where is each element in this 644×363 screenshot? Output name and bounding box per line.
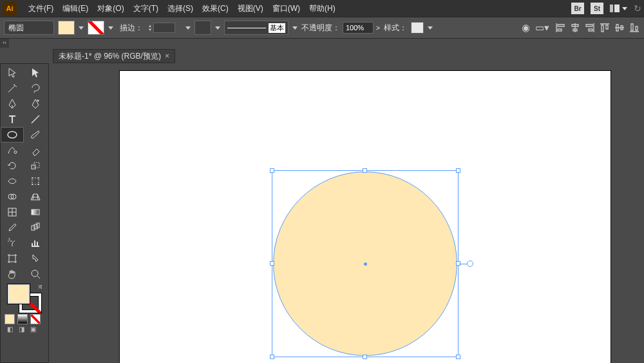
resize-handle-tm[interactable] <box>363 168 367 173</box>
resize-handle-tl[interactable] <box>270 168 274 173</box>
fill-box[interactable] <box>8 284 30 304</box>
opacity-input[interactable] <box>343 22 374 34</box>
draw-behind-icon[interactable]: ◨ <box>16 326 26 335</box>
svg-point-19 <box>8 238 10 239</box>
menu-object[interactable]: 对象(O) <box>93 1 128 16</box>
canvas[interactable] <box>53 63 644 363</box>
menu-window[interactable]: 窗口(W) <box>269 1 304 16</box>
menu-type[interactable]: 文字(T) <box>129 1 162 16</box>
resize-handle-br[interactable] <box>456 355 460 359</box>
menu-effect[interactable]: 效果(C) <box>198 1 232 16</box>
sync-icon[interactable]: ↻ <box>634 3 641 14</box>
svg-point-6 <box>32 177 33 179</box>
document-tab[interactable]: 未标题-1* @ 96% (RGB/预览) × <box>53 49 175 63</box>
opacity-dropdown-icon[interactable]: > <box>376 25 380 32</box>
fill-dropdown-icon[interactable] <box>79 26 84 30</box>
menu-file[interactable]: 文件(F) <box>24 1 57 16</box>
variable-width-dropdown-icon[interactable] <box>215 26 220 30</box>
color-mode-none[interactable] <box>30 314 41 324</box>
menu-edit[interactable]: 编辑(E) <box>59 1 92 16</box>
stroke-dropdown-icon[interactable] <box>108 26 113 30</box>
workspace-switcher[interactable] <box>610 5 627 12</box>
align-vcenter-button[interactable] <box>614 22 625 34</box>
eraser-tool[interactable] <box>24 142 47 158</box>
svg-point-17 <box>9 239 10 240</box>
scale-tool[interactable] <box>24 158 47 173</box>
resize-handle-bm[interactable] <box>363 355 367 359</box>
direct-selection-tool[interactable] <box>24 65 47 81</box>
mesh-tool[interactable] <box>1 204 24 220</box>
style-dropdown-icon[interactable] <box>428 26 433 30</box>
bridge-button[interactable]: Br <box>571 3 584 14</box>
stroke-color-swatch[interactable] <box>88 21 104 35</box>
column-graph-tool[interactable] <box>24 235 47 251</box>
shaper-tool[interactable] <box>1 142 24 158</box>
type-tool[interactable] <box>1 112 24 127</box>
draw-normal-icon[interactable]: ◧ <box>5 326 15 335</box>
resize-handle-ml[interactable] <box>270 261 274 266</box>
panel-expand-icon[interactable]: ‹‹ <box>0 39 9 48</box>
fill-stroke-indicator[interactable]: ⤭ <box>8 284 41 313</box>
align-top-button[interactable] <box>599 22 611 34</box>
opacity-control: 不透明度： > <box>301 22 380 34</box>
svg-rect-15 <box>34 224 37 229</box>
fill-color-swatch[interactable] <box>58 21 75 35</box>
rotate-line <box>459 264 467 264</box>
zoom-tool[interactable] <box>24 266 47 282</box>
stroke-weight-stepper[interactable]: ▲▼ <box>147 23 182 33</box>
blend-tool[interactable] <box>24 220 47 235</box>
stroke-weight-input[interactable] <box>153 23 175 33</box>
close-tab-icon[interactable]: × <box>165 52 169 61</box>
rotate-handle[interactable] <box>467 260 473 267</box>
brush-dropdown-icon[interactable] <box>292 26 298 30</box>
color-mode-solid[interactable] <box>5 314 15 324</box>
color-mode-gradient[interactable] <box>17 314 28 324</box>
resize-handle-bl[interactable] <box>270 355 274 359</box>
control-bar: 椭圆 描边： ▲▼ 基本 不透明度： > 样式： ◉ ▭▾ <box>0 17 644 39</box>
artboard[interactable] <box>120 71 611 363</box>
eyedropper-tool[interactable] <box>1 220 24 235</box>
paintbrush-tool[interactable] <box>24 127 47 142</box>
work-area: ‹‹ 未标题-1* @ 96% (RGB/预览) × <box>0 39 644 363</box>
hand-tool[interactable] <box>1 266 24 282</box>
brush-definition[interactable]: 基本 <box>224 21 289 35</box>
align-bottom-button[interactable] <box>629 22 640 34</box>
magic-wand-tool[interactable] <box>1 81 24 96</box>
stock-button[interactable]: St <box>591 3 603 14</box>
recolor-artwork-icon[interactable]: ◉ <box>522 22 530 34</box>
width-tool[interactable] <box>1 173 24 189</box>
curvature-tool[interactable] <box>24 96 47 112</box>
align-hcenter-button[interactable] <box>569 22 581 34</box>
menu-help[interactable]: 帮助(H) <box>305 1 339 16</box>
svg-rect-16 <box>37 223 39 228</box>
swap-fill-stroke-icon[interactable]: ⤭ <box>37 283 43 290</box>
free-transform-tool[interactable] <box>24 173 47 189</box>
perspective-grid-tool[interactable] <box>24 189 47 204</box>
symbol-sprayer-tool[interactable] <box>1 235 24 251</box>
variable-width-profile[interactable] <box>194 21 211 35</box>
color-mode-row <box>5 314 44 324</box>
svg-point-11 <box>11 194 16 199</box>
rotate-tool[interactable] <box>1 158 24 173</box>
resize-handle-tr[interactable] <box>456 168 460 173</box>
screen-mode-row: ◧ ◨ ▣ <box>5 326 44 335</box>
graphic-style-swatch[interactable] <box>411 22 424 34</box>
artboard-tool[interactable] <box>1 251 24 266</box>
document-setup-icon[interactable]: ▭▾ <box>535 22 549 34</box>
line-segment-tool[interactable] <box>24 112 47 127</box>
draw-inside-icon[interactable]: ▣ <box>28 326 38 335</box>
slice-tool[interactable] <box>24 251 47 266</box>
pen-tool[interactable] <box>1 96 24 112</box>
menu-select[interactable]: 选择(S) <box>164 1 197 16</box>
svg-rect-12 <box>8 208 16 216</box>
gradient-tool[interactable] <box>24 204 47 220</box>
lasso-tool[interactable] <box>24 81 47 96</box>
ellipse-tool[interactable] <box>1 127 24 142</box>
align-left-button[interactable] <box>554 22 566 34</box>
shape-builder-tool[interactable] <box>1 189 24 204</box>
menu-view[interactable]: 视图(V) <box>234 1 267 16</box>
selection-tool[interactable] <box>1 65 24 81</box>
align-right-button[interactable] <box>584 22 596 34</box>
stroke-weight-dropdown-icon[interactable] <box>185 26 191 30</box>
svg-point-18 <box>8 240 9 242</box>
